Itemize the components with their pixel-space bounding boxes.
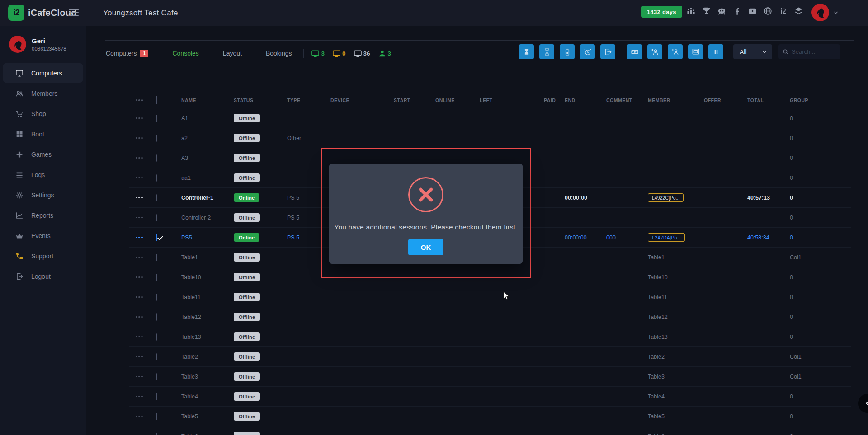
- table-row-table6[interactable]: Table6 Offline Table6 0: [129, 426, 851, 435]
- sidebar-item-shop[interactable]: Shop: [3, 103, 83, 124]
- row-checkbox[interactable]: [156, 353, 157, 360]
- row-checkbox[interactable]: [156, 115, 157, 122]
- hourglass-end-button[interactable]: [519, 44, 534, 59]
- column-header-name[interactable]: NAME: [175, 98, 227, 103]
- sidebar-item-boot[interactable]: Boot: [3, 124, 83, 144]
- column-header-type[interactable]: TYPE: [281, 98, 324, 103]
- row-checkbox[interactable]: [156, 194, 157, 201]
- ranking-icon[interactable]: [686, 6, 696, 16]
- layers-icon[interactable]: [794, 6, 803, 16]
- row-checkbox[interactable]: [156, 373, 157, 380]
- screen-button[interactable]: [688, 44, 703, 59]
- row-checkbox[interactable]: [156, 214, 157, 221]
- sidebar-item-support[interactable]: Support: [3, 246, 83, 266]
- tab-computers[interactable]: Computers 1: [94, 49, 160, 58]
- row-checkbox[interactable]: [156, 433, 157, 435]
- row-actions-button[interactable]: [129, 177, 150, 179]
- table-row-a1[interactable]: A1 Offline 0: [129, 108, 851, 128]
- column-header-left[interactable]: LEFT: [473, 98, 538, 103]
- row-checkbox[interactable]: [156, 234, 157, 241]
- row-checkbox[interactable]: [156, 254, 157, 261]
- search-input[interactable]: [792, 48, 836, 55]
- member-badge[interactable]: L4922C[Po...: [648, 193, 684, 202]
- table-row-table13[interactable]: Table13 Offline Table13 0: [129, 327, 851, 347]
- table-row-table12[interactable]: Table12 Offline Table12 0: [129, 307, 851, 327]
- row-checkbox[interactable]: [156, 274, 157, 281]
- column-header-start[interactable]: START: [387, 98, 429, 103]
- sidebar-item-logs[interactable]: Logs: [3, 164, 83, 185]
- row-checkbox[interactable]: [156, 333, 157, 341]
- row-actions-button[interactable]: [129, 316, 150, 318]
- user-plus-button[interactable]: [647, 44, 662, 59]
- column-header-online[interactable]: ONLINE: [429, 98, 473, 103]
- pause-button[interactable]: [708, 44, 723, 59]
- row-checkbox[interactable]: [156, 393, 157, 400]
- row-actions-button[interactable]: [129, 117, 150, 119]
- menu-toggle-icon[interactable]: [69, 9, 79, 16]
- column-header-device[interactable]: DEVICE: [324, 98, 387, 103]
- youtube-icon[interactable]: [748, 6, 757, 16]
- column-header-paid[interactable]: PAID: [538, 98, 558, 103]
- battery-button[interactable]: [560, 44, 575, 59]
- row-actions-button[interactable]: [129, 396, 150, 398]
- signout-button[interactable]: [600, 44, 615, 59]
- row-actions-button[interactable]: [129, 296, 150, 298]
- days-badge[interactable]: 1432 days: [641, 6, 682, 18]
- column-header-group[interactable]: GROUP: [783, 98, 851, 103]
- app-logo[interactable]: i2 iCafeCloud: [8, 5, 77, 21]
- row-actions-button[interactable]: [129, 157, 150, 159]
- sidebar-item-reports[interactable]: Reports: [3, 205, 83, 225]
- hourglass-button[interactable]: [539, 44, 554, 59]
- table-row-a2[interactable]: a2 Offline Other 0: [129, 128, 851, 148]
- tab-consoles[interactable]: Consoles: [160, 49, 211, 58]
- select-all-checkbox[interactable]: [156, 96, 157, 104]
- sidebar-item-members[interactable]: Members: [3, 83, 83, 103]
- sidebar-item-games[interactable]: Games: [3, 144, 83, 164]
- discord-icon[interactable]: [717, 6, 726, 16]
- row-actions-button[interactable]: [129, 257, 150, 258]
- row-actions-button[interactable]: [129, 376, 150, 378]
- row-actions-button[interactable]: [129, 276, 150, 278]
- member-badge[interactable]: F2A7DA[Po...: [648, 233, 685, 242]
- column-header-status[interactable]: STATUS: [227, 98, 281, 103]
- row-actions-button[interactable]: [129, 137, 150, 139]
- sidebar-item-logout[interactable]: Logout: [3, 266, 83, 286]
- sidebar-item-settings[interactable]: Settings: [3, 185, 83, 205]
- row-actions-button[interactable]: [129, 237, 150, 239]
- row-actions-button[interactable]: [129, 416, 150, 417]
- trophy-icon[interactable]: [702, 6, 711, 16]
- table-row-table3[interactable]: Table3 Offline Table3 Col1: [129, 367, 851, 387]
- row-checkbox[interactable]: [156, 135, 157, 142]
- column-header-total[interactable]: TOTAL: [741, 98, 783, 103]
- table-row-table2[interactable]: Table2 Offline Table2 Col1: [129, 347, 851, 367]
- sidebar-item-events[interactable]: Events: [3, 225, 83, 246]
- facebook-icon[interactable]: [732, 6, 742, 16]
- row-actions-button[interactable]: [129, 336, 150, 338]
- filter-select[interactable]: All: [733, 44, 772, 59]
- column-header-member[interactable]: MEMBER: [642, 98, 698, 103]
- sidebar-user[interactable]: Geri 008612345678: [0, 26, 86, 59]
- alarm-button[interactable]: [580, 44, 595, 59]
- row-checkbox[interactable]: [156, 313, 157, 321]
- tab-layout[interactable]: Layout: [211, 49, 254, 58]
- column-header-offer[interactable]: OFFER: [698, 98, 741, 103]
- user-plus-alt-button[interactable]: [668, 44, 683, 59]
- icafe-icon[interactable]: [778, 6, 788, 16]
- sidebar-item-computers[interactable]: Computers: [3, 63, 83, 83]
- table-row-table5[interactable]: Table5 Offline Table5 0: [129, 407, 851, 426]
- row-checkbox[interactable]: [156, 294, 157, 301]
- account-menu[interactable]: [811, 4, 839, 21]
- column-header-end[interactable]: END: [558, 98, 600, 103]
- row-checkbox[interactable]: [156, 174, 157, 182]
- row-checkbox[interactable]: [156, 154, 157, 162]
- tab-bookings[interactable]: Bookings: [254, 49, 304, 58]
- cash-button[interactable]: [627, 44, 642, 59]
- column-header-comment[interactable]: COMMENT: [600, 98, 642, 103]
- table-row-table11[interactable]: Table11 Offline Table11 0: [129, 287, 851, 307]
- table-row-table4[interactable]: Table4 Offline Table4 0: [129, 387, 851, 407]
- row-actions-button[interactable]: [129, 197, 150, 199]
- globe-icon[interactable]: [763, 6, 773, 16]
- row-checkbox[interactable]: [156, 413, 157, 420]
- row-actions-button[interactable]: [129, 217, 150, 219]
- row-actions-button[interactable]: [129, 356, 150, 358]
